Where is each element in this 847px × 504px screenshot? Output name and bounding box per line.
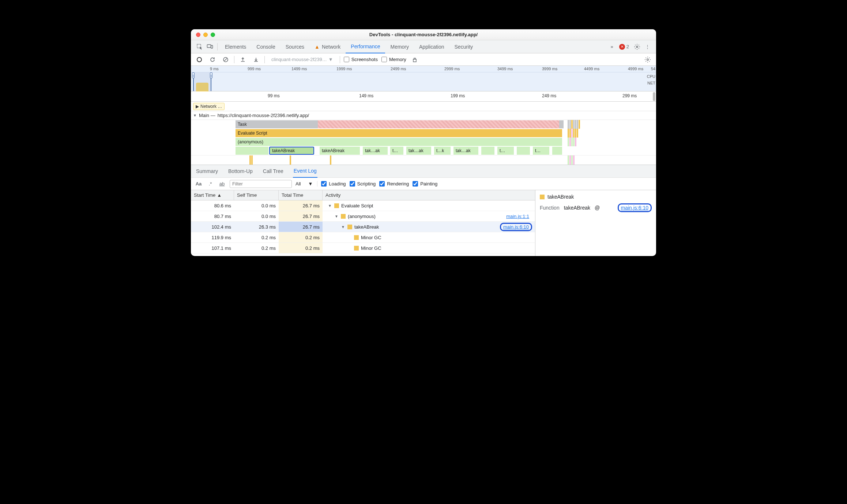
col-self-time[interactable]: Self Time [234,190,279,200]
cell-total: 26.7 ms [279,211,323,221]
inspect-element-icon[interactable] [195,42,205,52]
sidepanel-source-link[interactable]: main.js:6:10 [618,203,652,212]
tab-application[interactable]: Application [414,40,449,53]
eventlog-row[interactable]: 102.4 ms26.3 ms26.7 ms▼takeABreakmain.js… [191,222,535,232]
subtab-bottomup[interactable]: Bottom-Up [227,168,253,174]
record-button[interactable] [195,55,204,64]
timeline-overview[interactable]: 9 ms 999 ms 1499 ms 1999 ms 2499 ms 2999… [191,66,656,91]
flame-call[interactable]: t…k [434,147,451,155]
screenshots-checkbox-input[interactable] [344,57,349,62]
device-toolbar-icon[interactable] [205,42,215,52]
flame-evaluate-script[interactable]: Evaluate Script [236,129,562,137]
upload-profile-icon[interactable] [238,55,248,64]
filter-scripting-checkbox[interactable]: Scripting [350,181,376,187]
source-link[interactable]: main.js:6:10 [500,223,532,231]
expander-icon[interactable]: ▼ [328,204,332,208]
flame-call[interactable]: tak…ak [406,147,431,155]
overview-selection-handle[interactable]: || || [193,72,211,91]
capture-settings-gear-icon[interactable] [643,55,652,64]
expander-icon[interactable]: ▼ [341,225,345,229]
eventlog-row[interactable]: 80.7 ms0.0 ms26.7 ms▼(anonymous)main.js:… [191,211,535,222]
memory-checkbox-input[interactable] [381,57,387,62]
col-start-time[interactable]: Start Time ▲ [191,190,234,200]
ov-tick: 999 ms [248,67,261,71]
tab-memory[interactable]: Memory [385,40,414,53]
tab-console[interactable]: Console [251,40,280,53]
tab-security[interactable]: Security [449,40,478,53]
flame-task[interactable]: Task [236,120,318,128]
flame-call[interactable] [552,147,562,155]
flame-call[interactable] [481,147,494,155]
overview-body[interactable]: || || CPU NET [191,72,656,91]
col-total-time[interactable]: Total Time [279,190,323,200]
detail-ruler[interactable]: 99 ms 149 ms 199 ms 249 ms 299 ms [191,91,656,102]
clear-button[interactable] [221,55,230,64]
screenshots-checkbox[interactable]: Screenshots [344,57,378,62]
svg-point-6 [647,59,648,60]
filter-scope-dropdown[interactable]: All ▼ [295,181,317,187]
ov-tick: 2499 ms [391,67,406,71]
main-tabstrip: Elements Console Sources ▲ Network Perfo… [191,40,656,53]
subtab-calltree[interactable]: Call Tree [262,168,284,174]
detail-scrollbar[interactable] [653,92,655,101]
reload-button[interactable] [208,55,217,64]
more-menu-icon[interactable]: ⋮ [642,42,652,52]
whole-word-icon[interactable]: ab [218,181,226,187]
memory-checkbox[interactable]: Memory [381,57,406,62]
settings-gear-icon[interactable] [632,42,642,52]
flame-task-long[interactable] [318,120,559,128]
error-count-badge[interactable]: ✕ 2 [616,44,632,50]
flame-call-selected[interactable]: takeABreak [269,147,314,155]
svg-rect-2 [211,45,213,48]
eventlog-row[interactable]: 107.1 ms0.2 ms0.2 msMinor GC [191,243,535,253]
overview-handle-right[interactable]: || [210,72,212,78]
overview-handle-left[interactable]: || [192,72,195,78]
tab-performance[interactable]: Performance [346,40,385,53]
devtools-window: DevTools - clinquant-mousse-2f2396.netli… [191,29,656,256]
ov-tick: 54 [651,67,655,71]
flame-call[interactable] [517,147,530,155]
recording-dropdown[interactable]: clinquant-mousse-2f239… ▼ [268,56,336,63]
activity-swatch-icon [334,203,339,208]
flame-call[interactable]: tak…ak [363,147,388,155]
eventlog-row[interactable]: 80.6 ms0.0 ms26.7 ms▼Evaluate Script [191,200,535,211]
sidepanel-function-row: Function takeABreak @ main.js:6:10 [540,203,652,212]
tab-sources[interactable]: Sources [281,40,309,53]
regex-icon[interactable]: .* [206,181,214,187]
flame-call[interactable]: tak…ak [453,147,478,155]
flame-call-pre[interactable] [236,147,268,155]
filter-painting-checkbox[interactable]: Painting [413,181,437,187]
network-track-pill[interactable]: ▶ Network … [193,103,225,110]
flame-rows[interactable]: Task Evaluate Script (anonymous) [191,120,656,165]
subtab-eventlog[interactable]: Event Log [293,165,317,178]
flame-call[interactable]: t… [533,147,549,155]
flame-call[interactable]: t… [390,147,403,155]
cell-start: 80.7 ms [191,211,234,221]
network-track[interactable]: ▶ Network … [191,102,656,111]
main-track-header[interactable]: ▼ Main — https://clinquant-mousse-2f2396… [191,111,656,120]
match-case-icon[interactable]: Aa [195,181,203,187]
cell-self: 0.2 ms [234,243,279,253]
flame-task-slice[interactable] [559,120,564,128]
subtab-summary[interactable]: Summary [195,168,219,174]
source-link[interactable]: main.js:1:1 [506,214,532,219]
tabs-overflow-icon[interactable]: » [608,44,616,49]
cell-total: 0.2 ms [279,243,323,253]
flame-call[interactable]: t… [497,147,514,155]
download-profile-icon[interactable] [251,55,261,64]
flame-call[interactable]: takeABreak [320,147,360,155]
gc-button-icon[interactable] [410,55,419,64]
filter-input[interactable] [230,180,292,188]
svg-line-5 [225,58,227,61]
filter-rendering-checkbox[interactable]: Rendering [379,181,409,187]
eventlog-filter-row: Aa .* ab All ▼ Loading Scripting Renderi… [191,178,656,190]
tab-elements[interactable]: Elements [220,40,251,53]
col-activity[interactable]: Activity [323,190,535,200]
recording-name: clinquant-mousse-2f239… [271,57,327,62]
expander-icon[interactable]: ▼ [334,214,339,218]
filter-loading-checkbox[interactable]: Loading [321,181,346,187]
flame-anonymous[interactable]: (anonymous) [236,138,562,146]
eventlog-row[interactable]: 119.9 ms0.2 ms0.2 msMinor GC [191,232,535,243]
cell-start: 80.6 ms [191,200,234,211]
tab-network[interactable]: ▲ Network [309,40,346,53]
